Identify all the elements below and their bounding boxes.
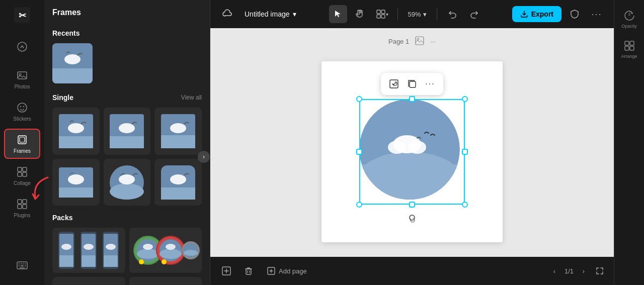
svg-rect-40 xyxy=(161,135,195,148)
svg-rect-9 xyxy=(20,137,25,142)
sidebar-item-plugins[interactable]: Plugins xyxy=(4,193,40,223)
svg-rect-32 xyxy=(59,136,93,148)
frame-item-5[interactable] xyxy=(104,159,151,206)
svg-rect-11 xyxy=(23,167,27,171)
hand-tool-button[interactable] xyxy=(351,5,369,23)
handle-mid-top[interactable] xyxy=(409,96,415,102)
carousel-next-button[interactable]: › xyxy=(198,151,210,163)
sidebar-item-stickers[interactable]: Stickers xyxy=(4,97,40,127)
export-button[interactable]: Export xyxy=(512,6,561,22)
frame-item-4[interactable] xyxy=(52,159,100,206)
panel-content: Recents Single View all xyxy=(44,21,210,285)
prev-page-button[interactable]: ‹ xyxy=(548,265,560,277)
pack-item-3[interactable] xyxy=(52,277,125,285)
sidebar-item-collage-label: Collage xyxy=(14,180,31,186)
svg-rect-118 xyxy=(630,41,634,45)
svg-point-105 xyxy=(388,141,406,154)
opacity-panel-item[interactable]: Opacity xyxy=(616,6,642,32)
handle-top-left[interactable] xyxy=(356,96,362,102)
svg-rect-52 xyxy=(161,187,195,200)
handle-mid-right[interactable] xyxy=(462,149,468,155)
svg-rect-12 xyxy=(18,172,22,176)
handle-mid-left[interactable] xyxy=(356,149,362,155)
handle-rotate[interactable] xyxy=(409,215,415,221)
handle-top-right[interactable] xyxy=(462,96,468,102)
packs-title: Packs xyxy=(52,214,72,222)
replace-image-button[interactable] xyxy=(386,76,402,92)
svg-rect-44 xyxy=(59,187,93,198)
selected-frame-element[interactable]: ··· xyxy=(359,99,465,205)
frame-item-6[interactable] xyxy=(154,159,202,206)
svg-point-77 xyxy=(162,259,167,264)
svg-rect-117 xyxy=(625,41,629,45)
svg-point-6 xyxy=(20,106,21,107)
add-page-button[interactable]: Add page xyxy=(263,264,311,277)
frame-item-1[interactable] xyxy=(52,108,100,155)
pack-item-4[interactable] xyxy=(129,277,202,285)
frames-panel: Frames Recents Single View all xyxy=(44,0,210,285)
pack-item-1[interactable] xyxy=(52,228,125,273)
sidebar-item-collage[interactable]: Collage xyxy=(4,161,40,191)
sidebar-item-collapse[interactable] xyxy=(4,32,40,62)
duplicate-button[interactable] xyxy=(404,76,420,92)
next-page-button[interactable]: › xyxy=(578,265,590,277)
frame-item-3[interactable] xyxy=(154,108,202,155)
more-options-button[interactable]: ··· xyxy=(588,5,606,23)
layout-button[interactable]: ▾ xyxy=(373,5,391,23)
shield-button[interactable] xyxy=(566,5,584,23)
handle-bottom-right[interactable] xyxy=(462,202,468,208)
svg-rect-28 xyxy=(52,68,93,83)
canvas-area[interactable]: Page 1 ··· xyxy=(210,28,614,257)
recents-item[interactable] xyxy=(52,43,93,83)
delete-button[interactable] xyxy=(240,263,257,279)
svg-rect-19 xyxy=(19,263,20,264)
svg-rect-16 xyxy=(18,205,22,209)
handle-mid-bottom[interactable] xyxy=(409,202,415,208)
sidebar-item-frames[interactable]: Frames xyxy=(4,129,40,159)
cloud-save-button[interactable] xyxy=(218,5,236,23)
select-tool-button[interactable] xyxy=(329,5,347,23)
topbar-center: ▾ 59% ▾ xyxy=(304,5,508,23)
page-image-icon xyxy=(415,36,424,47)
element-more-button[interactable]: ··· xyxy=(422,76,438,92)
redo-button[interactable] xyxy=(465,5,484,23)
topbar: Untitled image ▾ xyxy=(210,0,614,28)
zoom-control[interactable]: 59% ▾ xyxy=(404,9,431,20)
svg-point-5 xyxy=(18,103,27,112)
svg-point-71 xyxy=(143,244,153,250)
svg-rect-91 xyxy=(377,10,380,14)
toolbar-divider-2 xyxy=(437,8,437,20)
canvas-page[interactable]: ··· xyxy=(321,61,503,242)
svg-point-53 xyxy=(170,174,186,184)
sidebar-item-keyboard[interactable] xyxy=(4,251,40,281)
collage-icon xyxy=(17,166,28,178)
add-to-canvas-button[interactable] xyxy=(218,263,234,279)
frames-grid-wrapper: › xyxy=(52,108,202,206)
app-logo[interactable]: ✂ xyxy=(11,4,33,26)
svg-point-45 xyxy=(68,174,84,184)
view-all-link[interactable]: View all xyxy=(181,94,202,101)
svg-rect-57 xyxy=(59,255,73,267)
svg-rect-20 xyxy=(21,263,22,264)
arrange-panel-item[interactable]: Arrange xyxy=(616,36,642,62)
page-navigation: ‹ 1/1 › xyxy=(548,265,606,277)
svg-rect-61 xyxy=(82,255,96,267)
frames-grid xyxy=(52,108,202,206)
fullscreen-button[interactable] xyxy=(594,265,606,277)
svg-rect-25 xyxy=(25,265,26,266)
svg-point-29 xyxy=(64,54,80,64)
document-title[interactable]: Untitled image ▾ xyxy=(240,8,300,20)
packs-grid xyxy=(52,228,202,273)
pack-item-2[interactable] xyxy=(129,228,202,273)
svg-rect-93 xyxy=(377,15,380,18)
panel-title: Frames xyxy=(44,0,210,21)
left-sidebar: ✂ Photos Stic xyxy=(0,0,44,285)
svg-rect-10 xyxy=(18,167,22,171)
page-more-icon[interactable]: ··· xyxy=(430,38,436,45)
handle-bottom-left[interactable] xyxy=(356,202,362,208)
sidebar-item-photos[interactable]: Photos xyxy=(4,64,40,94)
frame-item-2[interactable] xyxy=(104,108,151,155)
svg-point-58 xyxy=(61,244,71,250)
toolbar-divider-1 xyxy=(397,8,398,20)
undo-button[interactable] xyxy=(443,5,461,23)
